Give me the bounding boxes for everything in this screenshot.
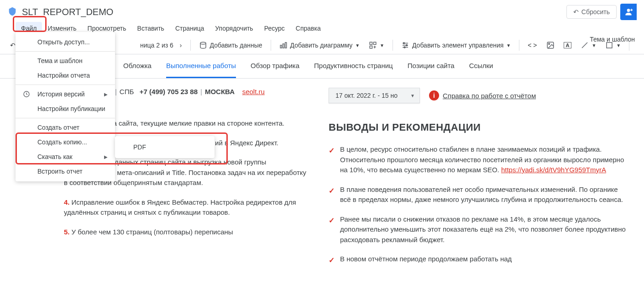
menu-create-copy[interactable]: Создать копию... bbox=[16, 135, 115, 149]
add-control-button[interactable]: Добавить элемент управления ▼ bbox=[398, 39, 513, 51]
chevron-down-icon: ▼ bbox=[355, 43, 360, 48]
check-icon: ✓ bbox=[329, 215, 335, 245]
line-icon bbox=[581, 41, 589, 49]
svg-point-10 bbox=[404, 47, 405, 48]
next-page-button[interactable]: › bbox=[177, 40, 185, 51]
list-item: 4.Исправление ошибок в Яндекс Вебмастер.… bbox=[64, 197, 310, 218]
add-chart-button[interactable]: Добавить диаграмму ▼ bbox=[277, 39, 363, 51]
menu-version-history[interactable]: История версий ▶ bbox=[16, 87, 115, 101]
svg-rect-6 bbox=[374, 42, 376, 44]
community-viz-button[interactable]: ▼ bbox=[366, 39, 387, 51]
history-icon bbox=[23, 90, 32, 98]
sliders-icon bbox=[401, 41, 409, 49]
menu-resource[interactable]: Ресурс bbox=[259, 22, 290, 35]
check-icon: ✓ bbox=[329, 145, 335, 175]
grid-plus-icon bbox=[369, 41, 377, 49]
menu-page[interactable]: Страница bbox=[170, 22, 209, 35]
embed-button[interactable]: < > bbox=[525, 40, 539, 51]
text-icon: A bbox=[564, 42, 572, 48]
external-link[interactable]: https://yadi.sk/d/tV9hYG959TmyrA bbox=[501, 166, 606, 174]
site-link[interactable]: seolt.ru bbox=[242, 88, 265, 95]
chevron-right-icon: ▶ bbox=[104, 154, 108, 159]
svg-point-9 bbox=[406, 45, 407, 46]
download-pdf[interactable]: PDF bbox=[115, 139, 215, 155]
tab-links[interactable]: Ссылки bbox=[469, 54, 493, 78]
theme-template-button[interactable]: Тема и шаблон bbox=[590, 36, 635, 43]
add-data-button[interactable]: Добавить данные bbox=[196, 39, 265, 51]
help-link[interactable]: Справка по работе с отчётом bbox=[443, 92, 536, 100]
check-icon: ✓ bbox=[329, 255, 335, 266]
header: SLT_REPORT_DEMO ↶ Сбросить bbox=[0, 0, 644, 20]
undo-icon: ↶ bbox=[10, 42, 16, 49]
chevron-down-icon: ▼ bbox=[506, 43, 511, 48]
date-range-picker[interactable]: 17 окт. 2022 г. - 15 но ▼ bbox=[329, 88, 420, 103]
info-icon: i bbox=[429, 90, 439, 101]
menu-theme[interactable]: Тема и шаблон bbox=[16, 53, 115, 68]
list-item: ✓В плане поведения пользователей нет осо… bbox=[329, 185, 626, 205]
menu-help[interactable]: Справка bbox=[290, 22, 326, 35]
check-icon: ✓ bbox=[329, 185, 335, 205]
menu-publish-settings[interactable]: Настройки публикации bbox=[16, 101, 115, 116]
tab-completed-work[interactable]: Выполненные работы bbox=[166, 54, 236, 78]
menu-open-access[interactable]: Открыть доступ... bbox=[16, 35, 115, 49]
svg-rect-7 bbox=[370, 46, 372, 48]
image-icon bbox=[546, 41, 555, 49]
menu-embed-report[interactable]: Встроить отчет bbox=[16, 164, 115, 179]
text-button[interactable]: A bbox=[561, 40, 575, 50]
tab-cover[interactable]: Обложка bbox=[123, 54, 152, 78]
list-item: 5.У более чем 130 страниц (полтовары) пе… bbox=[64, 227, 310, 238]
reset-button[interactable]: ↶ Сбросить bbox=[566, 5, 617, 19]
tab-traffic[interactable]: Обзор трафика bbox=[251, 54, 299, 78]
chart-icon bbox=[279, 41, 288, 49]
menu-create-report[interactable]: Создать отчет bbox=[16, 120, 115, 135]
menu-arrange[interactable]: Упорядочить bbox=[209, 22, 258, 35]
code-icon: < > bbox=[528, 42, 537, 49]
svg-rect-3 bbox=[283, 44, 284, 48]
chevron-down-icon: ▼ bbox=[410, 93, 415, 98]
page-indicator: ница 2 из 6 bbox=[140, 42, 173, 49]
image-button[interactable] bbox=[544, 39, 557, 51]
menu-report-settings[interactable]: Настройки отчета bbox=[16, 68, 115, 83]
menu-insert[interactable]: Вставить bbox=[132, 22, 170, 35]
svg-rect-4 bbox=[285, 42, 286, 48]
svg-rect-13 bbox=[607, 42, 612, 48]
person-add-icon bbox=[624, 7, 633, 16]
tab-productivity[interactable]: Продуктивность страниц bbox=[314, 54, 393, 78]
database-icon bbox=[199, 41, 207, 49]
download-submenu: PDF bbox=[115, 136, 215, 158]
app-logo-icon bbox=[7, 6, 18, 17]
recommendations-title: ВЫВОДЫ И РЕКОМЕНДАЦИИ bbox=[329, 122, 626, 133]
list-item: ✓В целом, ресурс относительно стабилен в… bbox=[329, 144, 626, 175]
recommendations-list: ✓В целом, ресурс относительно стабилен в… bbox=[329, 144, 626, 266]
tab-positions[interactable]: Позиции сайта bbox=[408, 54, 455, 78]
list-item: ✓В новом отчётном периоде продолжаем раб… bbox=[329, 254, 626, 266]
svg-point-12 bbox=[548, 43, 550, 45]
svg-rect-2 bbox=[280, 45, 282, 48]
undo-icon: ↶ bbox=[573, 8, 579, 16]
svg-point-8 bbox=[403, 42, 404, 44]
svg-rect-5 bbox=[370, 42, 372, 44]
svg-point-1 bbox=[200, 42, 206, 44]
file-dropdown-menu: Открыть доступ... Тема и шаблон Настройк… bbox=[16, 32, 115, 181]
chevron-down-icon: ▼ bbox=[380, 43, 384, 48]
svg-point-0 bbox=[627, 9, 630, 12]
share-button[interactable] bbox=[620, 4, 637, 20]
chevron-right-icon: ▶ bbox=[104, 92, 108, 97]
menu-download-as[interactable]: Скачать как ▶ bbox=[16, 149, 115, 164]
document-title[interactable]: SLT_REPORT_DEMO bbox=[22, 7, 113, 17]
list-item: ✓Ранее мы писали о снижении отказов по р… bbox=[329, 214, 626, 245]
